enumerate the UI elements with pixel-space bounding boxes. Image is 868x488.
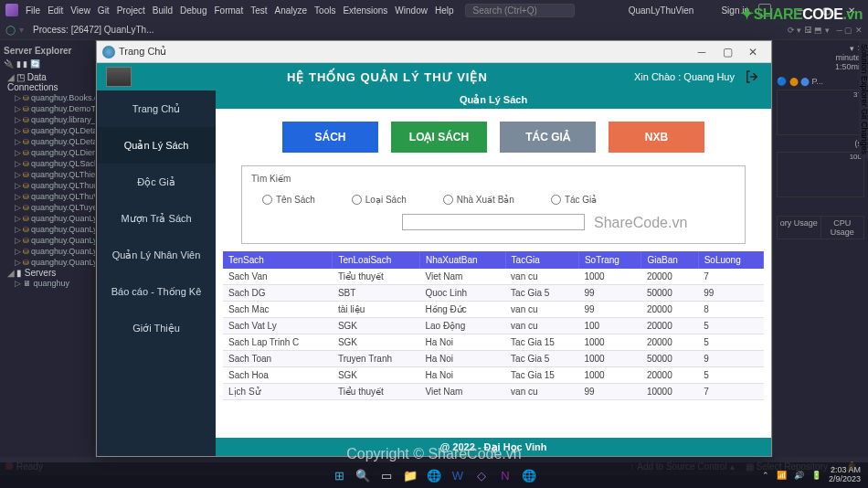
menu-project[interactable]: Project (117, 5, 145, 16)
wifi-icon[interactable]: 📶 (777, 471, 787, 480)
table-cell: 1000 (578, 334, 640, 351)
server-node[interactable]: ▷🖥 quanghuy (7, 278, 95, 289)
table-cell: 20000 (641, 302, 698, 318)
db-node[interactable]: ▷⛁quanghuy.QuanLy (7, 246, 95, 257)
cpu-usage-tab[interactable]: CPU Usage (821, 217, 864, 239)
mem-usage-tab[interactable]: ory Usage (778, 217, 821, 239)
table-row[interactable]: Lịch SửTiểu thuyếtViet Namvan cu99100007 (223, 384, 764, 400)
db-node[interactable]: ▷⛁quanghuy.QLThiet (7, 169, 95, 180)
battery-icon[interactable]: 🔋 (811, 471, 821, 480)
menu-view[interactable]: View (70, 5, 90, 16)
table-row[interactable]: Sach Mactài liệuHồng Đứcvan cu99200008 (223, 302, 764, 318)
sidebar-item-3[interactable]: Mượn Trả Sách (97, 200, 216, 237)
nxb-button[interactable]: NXB (609, 122, 704, 153)
menu-tools[interactable]: Tools (314, 5, 335, 16)
table-row[interactable]: Sach VanTiểu thuyếtViet Namvan cu1000200… (223, 269, 764, 285)
table-cell: Tiểu thuyết (333, 269, 420, 285)
server-explorer-panel: Server Explorer 🔌 ▮ ▮ 🔄 ◢◳ Data Connecti… (0, 40, 96, 457)
table-row[interactable]: Sach DGSBTQuoc LinhTac Gia 5995000099 (223, 285, 764, 302)
data-connections-node[interactable]: ◢◳ Data Connections (7, 72, 95, 92)
menu-edit[interactable]: Edit (48, 5, 63, 16)
menu-git[interactable]: Git (98, 5, 110, 16)
table-cell: Sach Toan (223, 351, 333, 367)
db-node[interactable]: ▷⛁quanghuy.QLDeta (7, 136, 95, 147)
search-input[interactable] (402, 214, 585, 230)
sach-button[interactable]: SÁCH (282, 122, 378, 153)
vs-taskbar-icon[interactable]: ◇ (471, 465, 492, 485)
radio-0[interactable]: Tên Sách (262, 195, 315, 205)
word-icon[interactable]: W (448, 465, 468, 485)
logout-button[interactable] (742, 67, 762, 87)
volume-icon[interactable]: 🔊 (794, 471, 804, 480)
app-minimize-button[interactable]: ─ (689, 46, 715, 58)
sidebar-item-2[interactable]: Độc Giả (97, 164, 216, 200)
search-taskbar-icon[interactable]: 🔍 (353, 465, 373, 485)
taskbar-clock[interactable]: 2:03 AM 2/9/2023 (829, 466, 861, 484)
vs-search-input[interactable]: Search (Ctrl+Q) (465, 4, 575, 17)
db-node[interactable]: ▷⛁quanghuy.QLThuc (7, 180, 95, 191)
db-node[interactable]: ▷⛁quanghuy.Books.d (7, 92, 95, 103)
table-cell: 50000 (641, 351, 698, 367)
task-view-icon[interactable]: ▭ (376, 465, 397, 485)
nav-back-icon[interactable]: ◯ (5, 25, 16, 35)
db-node[interactable]: ▷⛁quanghuy.QuanLy (7, 257, 95, 268)
onenote-icon[interactable]: N (495, 465, 515, 485)
explorer-icon[interactable]: 📁 (400, 465, 420, 485)
db-node[interactable]: ▷⛁quanghuy.QuanLy (7, 224, 95, 235)
sidebar-item-0[interactable]: Trang Chủ (97, 90, 216, 127)
loai-sach-button[interactable]: LOẠI SÁCH (391, 122, 487, 153)
col-header[interactable]: SoLuong (698, 251, 763, 269)
db-node[interactable]: ▷⛁quanghuy.QLTuye (7, 202, 95, 213)
start-button[interactable]: ⊞ (329, 465, 349, 485)
tac-gia-button[interactable]: TÁC GIẢ (500, 122, 596, 153)
db-node[interactable]: ▷⛁quanghuy.QLSach (7, 158, 95, 169)
db-node[interactable]: ▷⛁quanghuy.library_ (7, 114, 95, 125)
menu-analyze[interactable]: Analyze (275, 5, 308, 16)
menu-debug[interactable]: Debug (180, 5, 206, 16)
menu-extensions[interactable]: Extensions (343, 5, 387, 16)
menu-build[interactable]: Build (153, 5, 173, 16)
tray-chevron-icon[interactable]: ⌃ (762, 471, 769, 480)
servers-node[interactable]: ◢▮ Servers (7, 268, 95, 278)
search-label: Tìm Kiếm (251, 174, 736, 184)
db-node[interactable]: ▷⛁quanghuy.QLThuV (7, 191, 95, 202)
table-row[interactable]: Sach HoaSGKHa NoiTac Gia 151000200005 (223, 367, 764, 384)
menu-test[interactable]: Test (250, 5, 267, 16)
sidebar-item-6[interactable]: Giới Thiệu (97, 310, 216, 346)
col-header[interactable]: TacGia (505, 251, 578, 269)
table-row[interactable]: Sach ToanTruyen TranhHa NoiTac Gia 51000… (223, 351, 764, 367)
db-node[interactable]: ▷⛁quanghuy.QLDien (7, 147, 95, 158)
table-cell: 1000 (578, 269, 640, 285)
menu-help[interactable]: Help (435, 5, 454, 16)
db-node[interactable]: ▷⛁quanghuy.DemoT (7, 103, 95, 114)
app-close-button[interactable]: ✕ (740, 46, 766, 58)
watermark-bottom: Copyright © ShareCode.vn (0, 446, 868, 462)
col-header[interactable]: GiaBan (641, 251, 698, 269)
sidebar-item-1[interactable]: Quản Lý Sách (97, 127, 216, 164)
radio-2[interactable]: Nhà Xuất Bản (443, 195, 514, 205)
sidebar-item-4[interactable]: Quản Lý Nhân Viên (97, 237, 216, 273)
data-table-wrap: TenSachTenLoaiSachNhaXuatBanTacGiaSoTran… (223, 251, 764, 432)
menu-window[interactable]: Window (395, 5, 428, 16)
radio-3[interactable]: Tác Giả (551, 195, 597, 205)
db-node[interactable]: ▷⛁quanghuy.QLDeta (7, 125, 95, 136)
sidebar-item-5[interactable]: Báo cáo - Thống Kê (97, 273, 216, 310)
table-cell: Tac Gia 5 (505, 285, 578, 302)
col-header[interactable]: TenSach (223, 251, 333, 269)
col-header[interactable]: SoTrang (578, 251, 640, 269)
col-header[interactable]: TenLoaiSach (333, 251, 420, 269)
solution-explorer-tab[interactable]: Solution Explorer (860, 44, 868, 107)
col-header[interactable]: NhaXuatBan (419, 251, 505, 269)
app-taskbar-icon[interactable]: 🌐 (519, 465, 539, 485)
chrome-icon[interactable]: 🌐 (424, 465, 444, 485)
menu-file[interactable]: File (26, 5, 40, 16)
radio-1[interactable]: Loại Sách (352, 195, 407, 205)
table-row[interactable]: Sach Vat LySGKLao Độngvan cu100200005 (223, 318, 764, 334)
menu-format[interactable]: Format (214, 5, 243, 16)
db-node[interactable]: ▷⛁quanghuy.QuanLy (7, 213, 95, 224)
vs-titlebar: File Edit View Git Project Build Debug F… (0, 0, 868, 20)
git-changes-tab[interactable]: Git Changes (860, 109, 868, 154)
table-row[interactable]: Sach Lap Trinh CSGKHa NoiTac Gia 1510002… (223, 334, 764, 351)
db-node[interactable]: ▷⛁quanghuy.QuanLy (7, 235, 95, 246)
app-maximize-button[interactable]: ▢ (715, 46, 740, 58)
